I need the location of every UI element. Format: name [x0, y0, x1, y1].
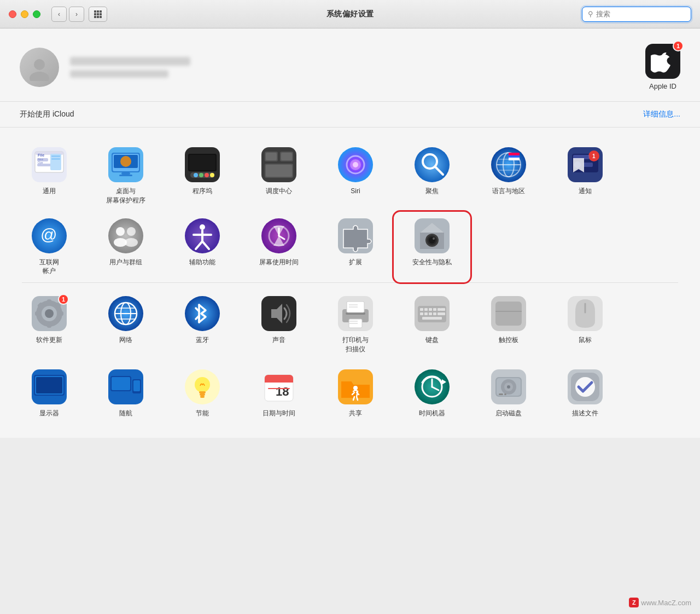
- svg-rect-133: [433, 312, 436, 315]
- icons-grid: File New Ope 通用: [0, 128, 700, 438]
- icon-mouse[interactable]: 鼠标: [547, 289, 623, 361]
- traffic-lights: [9, 10, 40, 18]
- icon-extensions[interactable]: 扩展: [317, 212, 394, 283]
- icloud-details-link[interactable]: 详细信息...: [643, 109, 680, 119]
- profile-name: [70, 57, 190, 66]
- grid-view-button[interactable]: [89, 7, 107, 22]
- svg-text:File: File: [38, 153, 44, 157]
- back-button[interactable]: ‹: [51, 7, 67, 22]
- apple-logo-icon: [651, 49, 675, 73]
- apple-id-badge: 1: [673, 40, 684, 51]
- icon-desktop[interactable]: 桌面与屏幕保护程序: [88, 141, 164, 212]
- avatar[interactable]: [20, 48, 59, 87]
- icon-notif[interactable]: 1 通知: [547, 141, 623, 212]
- general-icon: File New Ope: [32, 147, 67, 182]
- svg-rect-28: [119, 175, 132, 176]
- icon-profiles[interactable]: 描述文件: [547, 363, 623, 425]
- network-label: 网络: [119, 335, 132, 345]
- svg-point-26: [120, 156, 131, 167]
- desktop-label: 桌面与屏幕保护程序: [106, 187, 145, 205]
- svg-point-92: [433, 238, 435, 240]
- svg-rect-59: [509, 158, 520, 160]
- svg-rect-58: [509, 153, 520, 155]
- svg-rect-135: [422, 317, 442, 320]
- icon-internet[interactable]: @ 互联网帐户: [11, 212, 88, 283]
- access-icon: [185, 218, 220, 253]
- apple-id-button[interactable]: 1 Apple ID: [645, 44, 680, 90]
- icloud-text: 开始使用 iCloud: [20, 109, 74, 119]
- svg-rect-130: [420, 312, 423, 315]
- search-box[interactable]: ⚲: [582, 7, 691, 22]
- svg-rect-128: [438, 308, 441, 311]
- profiles-icon: [568, 369, 603, 404]
- svg-rect-5: [100, 13, 102, 15]
- icon-security[interactable]: 安全性与隐私: [394, 212, 470, 283]
- sidecar-label: 随航: [119, 409, 132, 418]
- notif-label: 通知: [579, 187, 592, 196]
- keyboard-label: 键盘: [425, 335, 439, 345]
- icon-spotlight[interactable]: 聚焦: [394, 141, 470, 212]
- svg-rect-8: [100, 16, 102, 18]
- mouse-label: 鼠标: [579, 335, 592, 345]
- datetime-label: 日期与时间: [262, 409, 295, 418]
- icon-bluetooth[interactable]: 蓝牙: [164, 289, 241, 361]
- svg-point-71: [116, 227, 125, 236]
- startup-icon: [491, 369, 526, 404]
- search-input[interactable]: [596, 10, 685, 18]
- sound-label: 声音: [272, 335, 285, 345]
- profile-left: [20, 48, 190, 87]
- apple-id-icon: 1: [645, 44, 680, 79]
- svg-text:JUN: JUN: [271, 382, 281, 387]
- icon-access[interactable]: 辅助功能: [164, 212, 241, 283]
- profile-section: 1 Apple ID: [0, 28, 700, 102]
- icon-network[interactable]: 网络: [88, 289, 164, 361]
- displays-icon: [32, 369, 67, 404]
- avatar-icon: [26, 54, 53, 81]
- icon-general[interactable]: File New Ope 通用: [11, 141, 88, 212]
- watermark-logo: Z: [629, 598, 639, 607]
- svg-rect-70: [108, 218, 143, 253]
- svg-point-35: [205, 173, 209, 177]
- siri-icon: [338, 147, 373, 182]
- svg-point-177: [507, 385, 510, 389]
- icon-trackpad[interactable]: 触控板: [470, 289, 547, 361]
- icon-keyboard[interactable]: 键盘: [394, 289, 470, 361]
- icon-users[interactable]: 用户与群组: [88, 212, 164, 283]
- icon-softupdate[interactable]: 1 软件更新: [11, 289, 88, 361]
- icon-startup[interactable]: 启动磁盘: [470, 363, 547, 425]
- icon-printers[interactable]: 打印机与扫描仪: [317, 289, 394, 361]
- icon-sound[interactable]: 声音: [241, 289, 317, 361]
- svg-point-76: [200, 224, 205, 230]
- icon-lang[interactable]: 语言与地区: [470, 141, 547, 212]
- internet-icon: @: [32, 218, 67, 253]
- svg-rect-41: [266, 153, 277, 160]
- icon-mcc[interactable]: 调度中心: [241, 141, 317, 212]
- icon-sidecar[interactable]: 随航: [88, 363, 164, 425]
- dock-label: 程序坞: [192, 187, 212, 196]
- icon-siri[interactable]: Siri: [317, 141, 394, 212]
- svg-rect-153: [133, 380, 140, 391]
- forward-button[interactable]: ›: [69, 7, 84, 22]
- nav-buttons: ‹ ›: [51, 7, 84, 22]
- icon-screentime[interactable]: 屏幕使用时间: [241, 212, 317, 283]
- svg-rect-99: [35, 311, 40, 316]
- close-button[interactable]: [9, 10, 16, 18]
- icon-energy[interactable]: 节能: [164, 363, 241, 425]
- svg-rect-186: [596, 385, 599, 389]
- maximize-button[interactable]: [33, 10, 40, 18]
- icon-displays[interactable]: 显示器: [11, 363, 88, 425]
- icon-timemachine[interactable]: 时间机器: [394, 363, 470, 425]
- energy-icon: [185, 369, 220, 404]
- icon-dock[interactable]: 程序坞: [164, 141, 241, 212]
- svg-rect-184: [583, 398, 587, 401]
- svg-rect-179: [504, 393, 506, 395]
- minimize-button[interactable]: [21, 10, 28, 18]
- svg-point-74: [125, 238, 138, 247]
- svg-rect-129: [441, 308, 445, 311]
- icon-datetime[interactable]: 18 JUN 日期与时间: [241, 363, 317, 425]
- screentime-label: 屏幕使用时间: [259, 258, 299, 267]
- printers-label: 打印机与扫描仪: [342, 335, 369, 354]
- icon-sharing[interactable]: 共享: [317, 363, 394, 425]
- trackpad-icon: [491, 296, 526, 331]
- profile-info: [70, 57, 190, 78]
